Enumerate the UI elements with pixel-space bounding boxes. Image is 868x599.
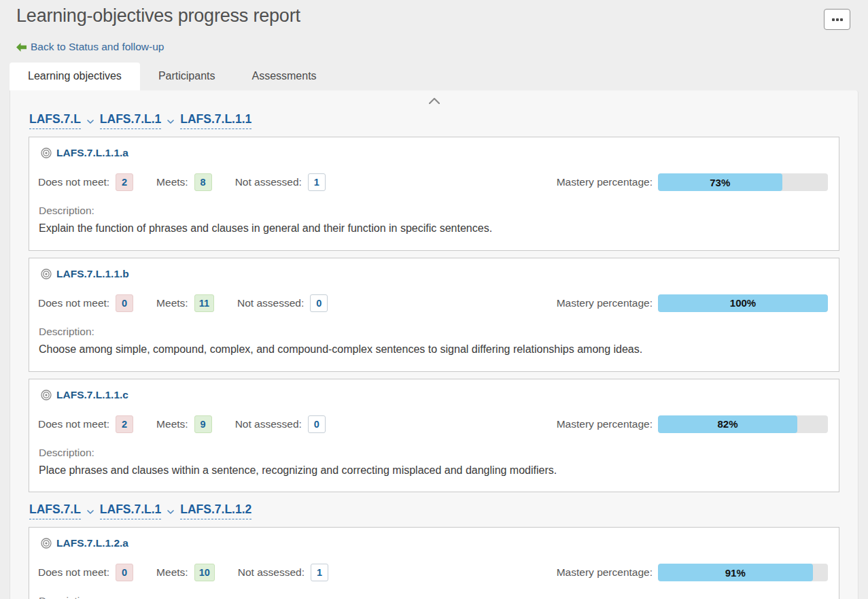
objective-code-link[interactable]: LAFS.7.L.1.1.a (56, 147, 128, 159)
objective-card: LAFS.7.L.1.1.b Does not meet: 0 Meets: 1… (29, 258, 839, 372)
mastery-bar: 82% (658, 415, 828, 433)
chevron-down-icon[interactable] (87, 510, 94, 514)
content-panel: LAFS.7.L LAFS.7.L.1 LAFS.7.L.1.1 LAFS.7.… (10, 90, 858, 599)
objective-card: LAFS.7.L.1.1.c Does not meet: 2 Meets: 9… (29, 379, 839, 493)
mastery-percentage: Mastery percentage: 91% (557, 564, 828, 581)
tab-assessments[interactable]: Assessments (233, 63, 334, 90)
description-label: Description: (39, 326, 828, 338)
mastery-bar: 73% (658, 173, 828, 191)
meets-count: 9 (194, 415, 212, 433)
mastery-value: 100% (730, 297, 756, 309)
objective-card: LAFS.7.L.1.2.a Does not meet: 0 Meets: 1… (29, 527, 839, 599)
back-row: Back to Status and follow-up (10, 30, 858, 63)
mastery-percentage: Mastery percentage: 100% (557, 294, 828, 312)
more-options-button[interactable] (824, 9, 850, 30)
stat-meets: Meets: 11 (156, 294, 214, 312)
meets-count: 10 (194, 564, 215, 581)
description-text: Explain the function of phrases and clau… (39, 222, 828, 236)
back-arrow-icon (16, 43, 27, 52)
tab-learning-objectives[interactable]: Learning objectives (10, 63, 140, 90)
target-icon (41, 148, 52, 158)
not-assessed-count: 0 (308, 415, 326, 433)
objective-card: LAFS.7.L.1.1.a Does not meet: 2 Meets: 8… (29, 137, 839, 251)
standard-breadcrumb: LAFS.7.L LAFS.7.L.1 LAFS.7.L.1.1 (29, 112, 839, 129)
standard-link-level1[interactable]: LAFS.7.L (29, 502, 81, 519)
tab-bar: Learning objectives Participants Assessm… (10, 63, 858, 90)
stat-does-not-meet: Does not meet: 0 (38, 294, 133, 312)
stat-meets: Meets: 9 (156, 415, 212, 433)
target-icon (41, 269, 52, 279)
mastery-value: 73% (710, 177, 730, 188)
stat-not-assessed: Not assessed: 1 (238, 564, 328, 581)
stat-not-assessed: Not assessed: 0 (237, 294, 328, 312)
mastery-percentage: Mastery percentage: 82% (557, 415, 828, 433)
description-text: Place phrases and clauses within a sente… (39, 464, 828, 478)
does-not-meet-count: 0 (116, 564, 133, 581)
page-title: Learning-objectives progress report (16, 5, 300, 27)
mastery-bar: 91% (658, 564, 828, 581)
target-icon (41, 390, 52, 400)
chevron-up-icon (429, 98, 440, 104)
standard-link-level3[interactable]: LAFS.7.L.1.1 (180, 112, 251, 129)
mastery-value: 82% (717, 418, 737, 430)
description-label: Description: (39, 595, 828, 599)
stat-meets: Meets: 10 (156, 564, 215, 581)
description-label: Description: (39, 447, 828, 459)
stat-does-not-meet: Does not meet: 2 (38, 173, 133, 191)
does-not-meet-count: 2 (116, 173, 133, 191)
description-text: Choose among simple, compound, complex, … (39, 343, 828, 357)
stat-meets: Meets: 8 (156, 173, 212, 191)
collapse-button[interactable] (29, 95, 839, 109)
description-label: Description: (39, 205, 828, 217)
stat-does-not-meet: Does not meet: 0 (38, 564, 133, 581)
mastery-percentage: Mastery percentage: 73% (557, 173, 828, 191)
not-assessed-count: 0 (310, 294, 328, 312)
objective-code-link[interactable]: LAFS.7.L.1.1.c (56, 389, 128, 401)
does-not-meet-count: 2 (116, 415, 133, 433)
stat-does-not-meet: Does not meet: 2 (38, 415, 133, 433)
page-header: Learning-objectives progress report (10, 0, 858, 30)
stat-not-assessed: Not assessed: 1 (235, 173, 326, 191)
target-icon (41, 538, 52, 549)
objective-code-link[interactable]: LAFS.7.L.1.2.a (56, 537, 128, 549)
objective-code-link[interactable]: LAFS.7.L.1.1.b (56, 268, 129, 280)
page: Learning-objectives progress report Back… (0, 0, 868, 90)
objective-group: LAFS.7.L LAFS.7.L.1 LAFS.7.L.1.2 LAFS.7.… (29, 502, 839, 599)
back-link[interactable]: Back to Status and follow-up (31, 41, 164, 53)
chevron-down-icon[interactable] (87, 120, 94, 124)
standard-breadcrumb: LAFS.7.L LAFS.7.L.1 LAFS.7.L.1.2 (29, 502, 839, 519)
meets-count: 8 (194, 173, 212, 191)
standard-link-level2[interactable]: LAFS.7.L.1 (100, 112, 161, 129)
does-not-meet-count: 0 (116, 294, 133, 312)
standard-link-level2[interactable]: LAFS.7.L.1 (100, 502, 161, 519)
standard-link-level1[interactable]: LAFS.7.L (29, 112, 81, 129)
stat-not-assessed: Not assessed: 0 (235, 415, 326, 433)
mastery-value: 91% (725, 567, 746, 579)
meets-count: 11 (194, 294, 214, 312)
ellipsis-icon (832, 18, 843, 21)
tab-participants[interactable]: Participants (140, 63, 234, 90)
not-assessed-count: 1 (311, 564, 328, 581)
chevron-down-icon[interactable] (167, 510, 174, 514)
standard-link-level3[interactable]: LAFS.7.L.1.2 (180, 502, 251, 519)
not-assessed-count: 1 (308, 173, 326, 191)
chevron-down-icon[interactable] (167, 120, 174, 124)
objective-group: LAFS.7.L LAFS.7.L.1 LAFS.7.L.1.1 LAFS.7.… (29, 112, 839, 492)
mastery-bar: 100% (658, 294, 828, 312)
